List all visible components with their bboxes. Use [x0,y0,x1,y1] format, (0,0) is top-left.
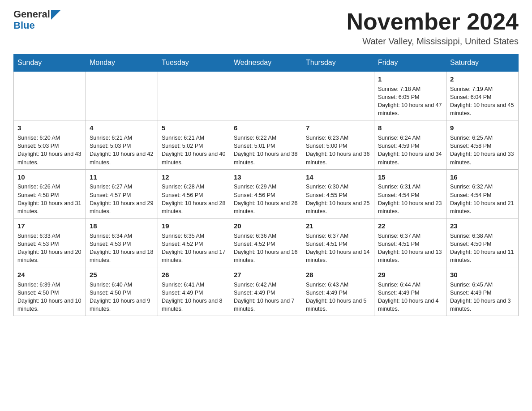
title-area: November 2024 Water Valley, Mississippi,… [347,9,519,47]
day-info: Sunset: 4:49 PM [306,289,370,297]
day-of-week-header: Saturday [446,54,519,72]
day-info: Sunset: 4:55 PM [306,191,370,199]
day-info: Sunrise: 6:44 AM [378,281,442,289]
calendar-cell: 20Sunrise: 6:36 AMSunset: 4:52 PMDayligh… [230,218,302,267]
calendar-cell [14,72,86,120]
day-info: Sunset: 4:53 PM [17,240,82,248]
calendar-cell: 29Sunrise: 6:44 AMSunset: 4:49 PMDayligh… [374,267,446,316]
calendar-cell: 24Sunrise: 6:39 AMSunset: 4:50 PMDayligh… [14,267,86,316]
day-info: Daylight: 10 hours and 33 minutes. [450,150,515,166]
calendar-week-row: 1Sunrise: 7:18 AMSunset: 6:05 PMDaylight… [14,72,519,120]
day-info: Sunset: 5:00 PM [306,142,370,150]
day-info: Sunrise: 6:21 AM [90,134,154,142]
calendar-cell: 27Sunrise: 6:42 AMSunset: 4:49 PMDayligh… [230,267,302,316]
day-info: Daylight: 10 hours and 38 minutes. [234,150,298,166]
day-info: Daylight: 10 hours and 26 minutes. [234,199,298,215]
day-info: Sunset: 4:53 PM [90,240,154,248]
calendar-cell: 2Sunrise: 7:19 AMSunset: 6:04 PMDaylight… [446,72,519,120]
day-info: Sunset: 5:01 PM [234,142,298,150]
day-info: Sunrise: 6:21 AM [162,134,226,142]
day-number: 1 [378,74,442,84]
day-number: 27 [234,270,298,280]
day-info: Sunset: 4:49 PM [162,289,226,297]
day-number: 19 [162,221,226,231]
day-info: Daylight: 10 hours and 16 minutes. [234,248,298,264]
calendar-cell: 21Sunrise: 6:37 AMSunset: 4:51 PMDayligh… [302,218,374,267]
svg-marker-0 [51,10,61,20]
day-of-week-header: Wednesday [230,54,302,72]
day-number: 12 [162,172,226,182]
day-number: 16 [450,172,515,182]
page-header: General Blue November 2024 Water Valley,… [13,9,519,47]
day-info: Sunset: 5:03 PM [90,142,154,150]
calendar-cell [302,72,374,120]
day-of-week-header: Monday [86,54,158,72]
day-number: 23 [450,221,515,231]
calendar-cell: 13Sunrise: 6:29 AMSunset: 4:56 PMDayligh… [230,169,302,218]
day-info: Sunrise: 6:34 AM [90,232,154,240]
day-info: Daylight: 10 hours and 14 minutes. [306,248,370,264]
day-number: 7 [306,123,370,133]
calendar-cell: 9Sunrise: 6:25 AMSunset: 4:58 PMDaylight… [446,120,519,169]
day-of-week-header: Tuesday [158,54,230,72]
day-info: Sunset: 4:58 PM [450,142,515,150]
calendar-cell: 1Sunrise: 7:18 AMSunset: 6:05 PMDaylight… [374,72,446,120]
day-info: Sunrise: 6:37 AM [378,232,442,240]
day-info: Sunrise: 6:23 AM [306,134,370,142]
day-number: 2 [450,74,515,84]
calendar-week-row: 24Sunrise: 6:39 AMSunset: 4:50 PMDayligh… [14,267,519,316]
calendar-cell: 6Sunrise: 6:22 AMSunset: 5:01 PMDaylight… [230,120,302,169]
day-info: Sunrise: 6:22 AM [234,134,298,142]
day-info: Sunset: 4:51 PM [306,240,370,248]
calendar-cell: 17Sunrise: 6:33 AMSunset: 4:53 PMDayligh… [14,218,86,267]
calendar-header-row: SundayMondayTuesdayWednesdayThursdayFrid… [14,54,519,72]
day-number: 8 [378,123,442,133]
day-info: Sunset: 4:52 PM [162,240,226,248]
day-number: 11 [90,172,154,182]
day-number: 24 [17,270,82,280]
calendar-cell: 25Sunrise: 6:40 AMSunset: 4:50 PMDayligh… [86,267,158,316]
day-info: Daylight: 10 hours and 21 minutes. [450,199,515,215]
day-info: Daylight: 10 hours and 47 minutes. [378,101,442,117]
day-number: 30 [450,270,515,280]
day-info: Sunset: 4:50 PM [90,289,154,297]
day-number: 29 [378,270,442,280]
calendar-week-row: 17Sunrise: 6:33 AMSunset: 4:53 PMDayligh… [14,218,519,267]
day-info: Daylight: 10 hours and 28 minutes. [162,199,226,215]
day-info: Daylight: 10 hours and 4 minutes. [378,297,442,313]
calendar-week-row: 10Sunrise: 6:26 AMSunset: 4:58 PMDayligh… [14,169,519,218]
day-info: Sunrise: 6:37 AM [306,232,370,240]
logo-blue: Blue [13,20,35,31]
day-info: Daylight: 10 hours and 13 minutes. [378,248,442,264]
day-info: Sunset: 4:57 PM [90,191,154,199]
day-info: Sunrise: 6:33 AM [17,232,82,240]
day-info: Sunset: 4:54 PM [378,191,442,199]
day-number: 28 [306,270,370,280]
day-info: Sunset: 5:03 PM [17,142,82,150]
day-info: Sunrise: 6:36 AM [234,232,298,240]
day-info: Sunrise: 6:41 AM [162,281,226,289]
day-info: Sunrise: 7:19 AM [450,85,515,93]
day-info: Sunset: 5:02 PM [162,142,226,150]
day-info: Sunset: 4:49 PM [378,289,442,297]
month-title: November 2024 [347,9,519,34]
day-info: Daylight: 10 hours and 8 minutes. [162,297,226,313]
day-info: Sunrise: 6:43 AM [306,281,370,289]
calendar-cell [158,72,230,120]
day-number: 10 [17,172,82,182]
day-number: 20 [234,221,298,231]
day-info: Daylight: 10 hours and 17 minutes. [162,248,226,264]
day-number: 15 [378,172,442,182]
day-info: Daylight: 10 hours and 23 minutes. [378,199,442,215]
day-info: Sunrise: 6:27 AM [90,183,154,191]
day-info: Sunrise: 6:20 AM [17,134,82,142]
day-number: 17 [17,221,82,231]
day-number: 25 [90,270,154,280]
calendar-cell: 23Sunrise: 6:38 AMSunset: 4:50 PMDayligh… [446,218,519,267]
day-info: Sunset: 4:51 PM [378,240,442,248]
day-info: Daylight: 10 hours and 29 minutes. [90,199,154,215]
day-number: 14 [306,172,370,182]
day-number: 18 [90,221,154,231]
day-number: 5 [162,123,226,133]
day-number: 26 [162,270,226,280]
